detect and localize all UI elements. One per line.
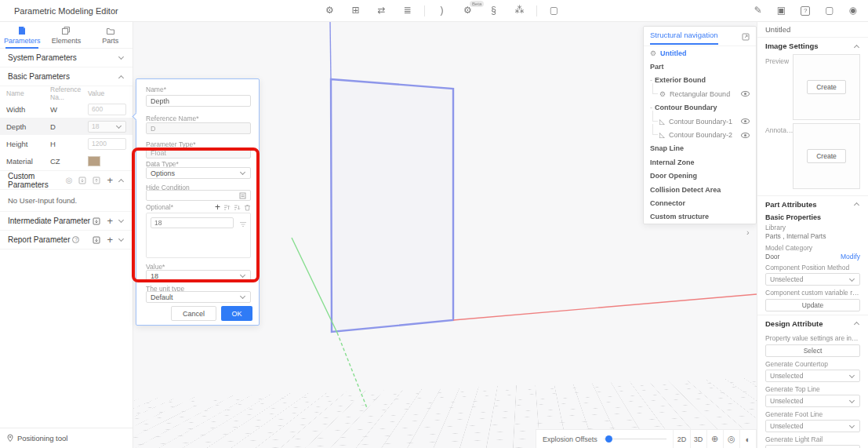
panel-expand-icon[interactable] [742, 31, 750, 40]
nav-item-collision-detect-area[interactable]: Collision Detect Area [644, 183, 756, 196]
import-box-icon[interactable] [93, 236, 100, 244]
formula-icon[interactable] [239, 191, 246, 199]
beta-feature-icon[interactable]: ⚙Beta [455, 0, 481, 21]
hide-condition-input[interactable] [146, 190, 251, 201]
panel-collapse-handle[interactable]: › [746, 228, 750, 237]
nav-item-connector[interactable]: Connector [644, 196, 756, 209]
nav-item-rectangular-bound[interactable]: ⚙Rectangular Bound [644, 87, 756, 100]
delete-option-icon[interactable] [244, 203, 251, 212]
visibility-eye-icon[interactable] [741, 91, 750, 97]
add-parameter-icon[interactable]: + [107, 215, 113, 227]
screenshot-icon[interactable]: ▣ [777, 0, 786, 21]
table-row-width[interactable]: Width W [0, 100, 133, 118]
material-swatch[interactable] [88, 156, 100, 166]
report-parameter-header[interactable]: Report Parameter ? + [0, 231, 133, 249]
question-mark-icon[interactable]: ? [72, 236, 79, 243]
grid-view-icon[interactable]: ⊞ [343, 0, 369, 21]
explosion-slider[interactable] [604, 439, 667, 439]
image-settings-header[interactable]: Image Settings [757, 38, 868, 54]
nav-item-contour-boundary-1[interactable]: ◺Contour Boundary-1 [644, 115, 756, 128]
sort-down-icon[interactable] [234, 203, 241, 212]
generate-light-rail-select[interactable]: Unselected [765, 445, 860, 448]
system-parameters-header[interactable]: System Parameters [0, 49, 133, 67]
visibility-eye-icon[interactable] [741, 133, 750, 138]
generate-top-line-select[interactable]: Unselected [765, 395, 860, 407]
export-box-icon[interactable] [93, 177, 100, 184]
design-attribute-header[interactable]: Design Attribute [757, 315, 868, 331]
param-name: Width [6, 105, 50, 114]
value-select[interactable]: 18 [146, 270, 251, 282]
edit-pencil-icon[interactable]: ✎ [754, 0, 762, 21]
visibility-eye-icon[interactable] [741, 118, 750, 124]
option-value-input[interactable] [151, 217, 234, 228]
axes-gizmo-icon[interactable]: ⊕ [706, 430, 723, 448]
add-option-icon[interactable]: + [215, 202, 220, 213]
chevron-down-icon [849, 275, 855, 281]
table-row-height[interactable]: Height H [0, 135, 133, 152]
unit-type-select[interactable]: Default [146, 291, 251, 303]
nav-item-custom-structure[interactable]: Custom structure [644, 210, 756, 224]
positioning-tool-label[interactable]: Positioning tool [17, 434, 67, 443]
tab-parts[interactable]: Parts [89, 22, 133, 48]
table-row-depth[interactable]: Depth D 18 [0, 118, 133, 135]
component-position-select[interactable]: Unselected [765, 273, 860, 286]
reference-name-input[interactable] [146, 122, 251, 134]
app-root: Parametric Modeling Editor ⚙ ⊞ ⇄ ≣ ) ⚙Be… [0, 0, 868, 448]
node-connect-icon[interactable]: ⁂ [507, 0, 532, 21]
document-icon[interactable]: ▢ [825, 0, 833, 21]
arc-tool-icon[interactable]: ) [429, 0, 455, 21]
parameter-type-input[interactable] [146, 148, 251, 158]
tab-elements[interactable]: Elements [44, 22, 88, 48]
generate-foot-line-select[interactable]: Unselected [765, 420, 860, 432]
help-icon[interactable]: ? [801, 0, 810, 21]
create-annotated-button[interactable]: Create [807, 149, 846, 163]
ok-button[interactable]: OK [221, 306, 252, 321]
filter-icon[interactable] [239, 220, 247, 228]
name-input[interactable] [146, 95, 251, 107]
part-attributes-header[interactable]: Part Attributes [757, 195, 868, 212]
import-box-icon[interactable] [78, 177, 86, 184]
import-box-icon[interactable] [93, 217, 100, 225]
modify-link[interactable]: Modify [841, 253, 860, 260]
sort-up-icon[interactable] [223, 203, 231, 212]
optional-label: Optional* [146, 203, 173, 211]
nav-item-contour-boundary[interactable]: -Contour Boundary [644, 101, 756, 115]
nav-item-door-opening[interactable]: Door Opening [644, 169, 756, 183]
custom-parameters-header[interactable]: Custom Parameters ◎ + [0, 171, 133, 190]
component-position-label: Component Position Method [757, 260, 868, 272]
nav-item-exterior-bound[interactable]: -Exterior Bound [644, 74, 756, 87]
nav-item-untitled[interactable]: ⚙Untitled [644, 46, 756, 60]
sync-icon[interactable]: ◎ [66, 176, 73, 184]
nav-item-internal-zone[interactable]: Internal Zone [644, 155, 756, 169]
visibility-icon[interactable]: ◎ [723, 430, 739, 448]
nav-item-part[interactable]: Part [644, 60, 756, 73]
add-parameter-icon[interactable]: + [107, 234, 113, 246]
view-2d-button[interactable]: 2D [673, 430, 689, 448]
table-row-material[interactable]: Material CZ [0, 152, 133, 171]
width-value-input[interactable] [88, 104, 126, 115]
swap-icon[interactable]: ⇄ [369, 0, 394, 21]
view-3d-button[interactable]: 3D [690, 430, 706, 448]
intermediate-parameter-header[interactable]: Intermediate Parameter + [0, 212, 133, 231]
nav-item-snap-line[interactable]: Snap Line [644, 142, 756, 155]
tab-parameters[interactable]: Parameters [0, 22, 44, 48]
slider-knob[interactable] [605, 435, 612, 443]
basic-parameters-header[interactable]: Basic Parameters [0, 67, 133, 86]
depth-value-select[interactable]: 18 [88, 121, 126, 133]
select-button[interactable]: Select [765, 344, 860, 357]
nav-item-contour-boundary-2[interactable]: ◺Contour Boundary-2 [644, 128, 756, 141]
list-settings-icon[interactable]: ≣ [394, 0, 420, 21]
create-preview-button[interactable]: Create [807, 80, 846, 94]
add-parameter-icon[interactable]: + [107, 174, 113, 186]
height-value-input[interactable] [88, 138, 126, 150]
settings-gear-icon[interactable]: ◉ [849, 0, 857, 21]
new-document-icon[interactable]: ▢ [541, 0, 567, 21]
contrast-icon[interactable]: ◐ [739, 430, 756, 448]
data-type-select[interactable]: Options [146, 167, 251, 179]
component-settings-icon[interactable]: ⚙ [317, 0, 343, 21]
cancel-button[interactable]: Cancel [171, 306, 216, 321]
link-icon[interactable]: § [481, 0, 507, 21]
update-button[interactable]: Update [765, 299, 860, 311]
generate-countertop-select[interactable]: Unselected [765, 370, 860, 382]
structural-navigation-title[interactable]: Structural navigation [650, 27, 718, 45]
